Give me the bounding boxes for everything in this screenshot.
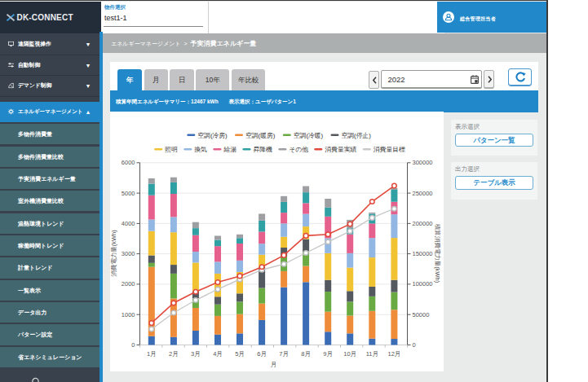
svg-text:0: 0 [131, 341, 135, 349]
svg-text:10月: 10月 [343, 350, 356, 358]
svg-text:5月: 5月 [235, 350, 245, 358]
svg-text:7月: 7月 [279, 350, 289, 358]
svg-text:消費量目標: 消費量目標 [374, 146, 405, 153]
svg-text:給湯: 給湯 [223, 146, 237, 153]
svg-text:その他: その他 [289, 146, 308, 153]
svg-text:2000: 2000 [122, 280, 135, 288]
svg-text:換気: 換気 [194, 146, 207, 153]
svg-text:50000: 50000 [413, 311, 430, 318]
svg-text:空調(冷暖): 空調(冷暖) [294, 132, 324, 139]
svg-text:照明: 照明 [165, 146, 178, 153]
svg-text:月: 月 [271, 361, 277, 368]
svg-text:100000: 100000 [413, 280, 433, 288]
svg-text:6000: 6000 [122, 159, 135, 166]
svg-text:200000: 200000 [413, 220, 433, 227]
svg-text:昇降機: 昇降機 [254, 146, 273, 153]
svg-text:3000: 3000 [122, 250, 135, 257]
svg-text:空調(停止): 空調(停止) [342, 132, 372, 139]
svg-text:150000: 150000 [413, 250, 433, 257]
svg-text:11月: 11月 [366, 350, 378, 358]
svg-text:12月: 12月 [387, 350, 400, 358]
svg-text:空調(冷房): 空調(冷房) [197, 132, 228, 139]
svg-text:9月: 9月 [323, 350, 333, 358]
svg-text:6月: 6月 [257, 350, 267, 358]
svg-text:5000: 5000 [122, 190, 135, 197]
svg-text:0: 0 [413, 341, 416, 349]
svg-text:消費量実績: 消費量実績 [325, 146, 356, 153]
svg-text:300000: 300000 [413, 159, 433, 166]
svg-text:8月: 8月 [301, 350, 311, 358]
svg-text:積算消費電力量(kWh): 積算消費電力量(kWh) [434, 224, 441, 283]
svg-text:4月: 4月 [213, 350, 223, 358]
svg-text:3月: 3月 [191, 350, 201, 358]
svg-text:4000: 4000 [122, 220, 135, 227]
svg-text:2月: 2月 [169, 350, 179, 358]
svg-text:消費電力量(kWh): 消費電力量(kWh) [110, 230, 117, 277]
svg-text:1月: 1月 [147, 350, 157, 358]
svg-text:250000: 250000 [413, 190, 433, 197]
svg-text:1000: 1000 [122, 311, 135, 318]
svg-text:空調(暖房): 空調(暖房) [245, 132, 276, 139]
